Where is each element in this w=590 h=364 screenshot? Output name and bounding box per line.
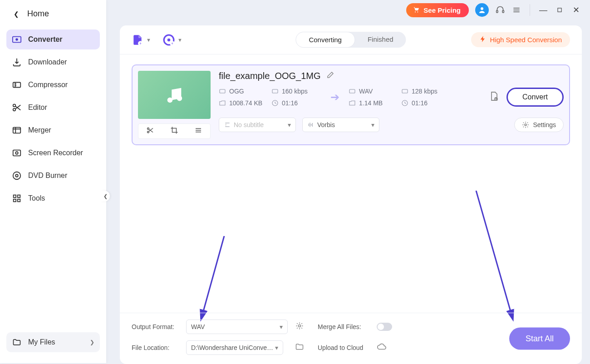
- svg-rect-17: [497, 10, 498, 13]
- svg-rect-37: [272, 89, 278, 93]
- sidebar-item-label: Compressor: [28, 81, 68, 89]
- merge-all-toggle[interactable]: [377, 323, 392, 331]
- start-all-button[interactable]: Start All: [509, 328, 570, 350]
- tab-converting[interactable]: Converting: [295, 32, 355, 48]
- svg-point-26: [167, 38, 171, 41]
- svg-rect-11: [18, 195, 20, 198]
- svg-rect-39: [349, 89, 355, 93]
- src-duration: 01:16: [282, 99, 298, 107]
- bolt-icon: [479, 35, 487, 44]
- svg-point-4: [13, 108, 16, 111]
- convert-button[interactable]: Convert: [506, 88, 564, 107]
- output-format-settings-icon[interactable]: [295, 321, 313, 332]
- my-files-label: My Files: [28, 338, 84, 346]
- account-avatar[interactable]: [475, 3, 489, 17]
- sidebar-item-downloader[interactable]: Downloader: [6, 52, 100, 72]
- file-location-dropdown[interactable]: D:\Wondershare UniConverter 1 ▾: [186, 340, 283, 355]
- sidebar-item-label: Screen Recorder: [28, 149, 83, 157]
- window-topbar: See Pricing — ✕: [106, 0, 590, 20]
- svg-rect-10: [14, 195, 16, 198]
- home-label: Home: [27, 9, 49, 19]
- cloud-icon[interactable]: [377, 342, 422, 354]
- src-size: 1008.74 KB: [229, 99, 262, 107]
- svg-point-14: [415, 11, 416, 12]
- svg-text:+: +: [139, 41, 142, 45]
- chevron-down-icon: ▼: [177, 37, 182, 43]
- output-settings-icon[interactable]: [488, 91, 499, 103]
- chevron-down-icon: ▾: [280, 323, 283, 330]
- file-location-value: D:\Wondershare UniConverter 1: [191, 344, 275, 351]
- svg-rect-36: [220, 89, 225, 93]
- converter-icon: [12, 34, 22, 44]
- see-pricing-button[interactable]: See Pricing: [406, 3, 469, 17]
- sidebar-item-label: Editor: [28, 103, 47, 112]
- trim-icon[interactable]: [146, 126, 154, 136]
- svg-line-50: [476, 191, 512, 318]
- support-icon[interactable]: [495, 5, 505, 15]
- add-disc-button[interactable]: + ▼: [163, 34, 182, 46]
- home-nav[interactable]: ❮ Home: [0, 0, 106, 28]
- grid-icon: [12, 193, 22, 203]
- svg-point-30: [177, 96, 182, 101]
- output-format-dropdown[interactable]: WAV ▾: [186, 320, 288, 334]
- divider: [530, 4, 530, 16]
- svg-point-8: [13, 172, 21, 180]
- output-format-label: Output Format:: [132, 323, 182, 330]
- svg-text:T: T: [225, 123, 227, 127]
- subtitle-dropdown[interactable]: T No subtitle ▾: [219, 118, 296, 132]
- sidebar-item-label: Tools: [28, 194, 45, 202]
- svg-point-7: [15, 152, 18, 154]
- sidebar-item-editor[interactable]: Editor: [6, 98, 100, 118]
- file-name: file_example_OOG_1MG: [219, 71, 321, 81]
- svg-point-3: [13, 104, 16, 107]
- sidebar-item-compressor[interactable]: Compressor: [6, 75, 100, 95]
- svg-point-32: [148, 131, 149, 133]
- disc-icon: [12, 171, 22, 181]
- svg-rect-40: [402, 89, 408, 93]
- footer-bar: Output Format: WAV ▾ Merge All Files: Fi…: [120, 313, 582, 364]
- file-location-label: File Location:: [132, 344, 182, 351]
- svg-point-48: [525, 124, 526, 126]
- more-icon[interactable]: [194, 126, 202, 136]
- main-panel: + ▼ + ▼ Converting Finished High Speed C…: [120, 25, 582, 364]
- crop-icon[interactable]: [170, 126, 178, 136]
- high-speed-conversion-button[interactable]: High Speed Conversion: [471, 32, 570, 47]
- high-speed-label: High Speed Conversion: [490, 36, 562, 44]
- cart-icon: [413, 6, 420, 15]
- src-bitrate: 160 kbps: [282, 88, 308, 95]
- window-close[interactable]: ✕: [571, 5, 581, 15]
- folder-icon: [12, 337, 22, 347]
- file-settings-button[interactable]: Settings: [514, 118, 564, 132]
- svg-rect-13: [18, 199, 20, 202]
- svg-rect-5: [13, 128, 21, 133]
- merge-all-label: Merge All Files:: [318, 323, 372, 330]
- window-minimize[interactable]: —: [538, 5, 548, 15]
- tab-finished[interactable]: Finished: [355, 32, 406, 48]
- chevron-down-icon: ▼: [146, 37, 151, 43]
- codec-value: Vorbis: [317, 121, 335, 128]
- file-thumbnail[interactable]: [138, 71, 211, 119]
- status-tabs: Converting Finished: [295, 32, 406, 48]
- sidebar-item-converter[interactable]: Converter: [6, 30, 100, 49]
- edit-name-icon[interactable]: [326, 71, 334, 81]
- sidebar-item-screen-recorder[interactable]: Screen Recorder: [6, 143, 100, 163]
- svg-rect-12: [14, 199, 16, 202]
- chevron-down-icon: ▾: [288, 121, 291, 128]
- see-pricing-label: See Pricing: [423, 6, 461, 14]
- sidebar-item-tools[interactable]: Tools: [6, 188, 100, 208]
- upload-cloud-label: Upload to Cloud: [318, 344, 372, 351]
- annotation-arrow-icon: [197, 236, 238, 322]
- sidebar-item-label: Downloader: [28, 58, 67, 66]
- sidebar-item-dvd-burner[interactable]: DVD Burner: [6, 166, 100, 186]
- open-folder-icon[interactable]: [295, 342, 313, 353]
- window-maximize[interactable]: [555, 5, 565, 15]
- codec-dropdown[interactable]: Vorbis ▾: [302, 118, 379, 132]
- svg-point-51: [299, 325, 301, 327]
- add-file-button[interactable]: + ▼: [132, 34, 151, 46]
- dst-format: WAV: [359, 88, 373, 95]
- sidebar-item-merger[interactable]: Merger: [6, 120, 100, 140]
- menu-icon[interactable]: [511, 5, 521, 15]
- my-files-button[interactable]: My Files ❯: [6, 332, 100, 352]
- sidebar-collapse-handle[interactable]: ❮: [101, 191, 110, 202]
- sidebar-item-label: Converter: [28, 35, 63, 44]
